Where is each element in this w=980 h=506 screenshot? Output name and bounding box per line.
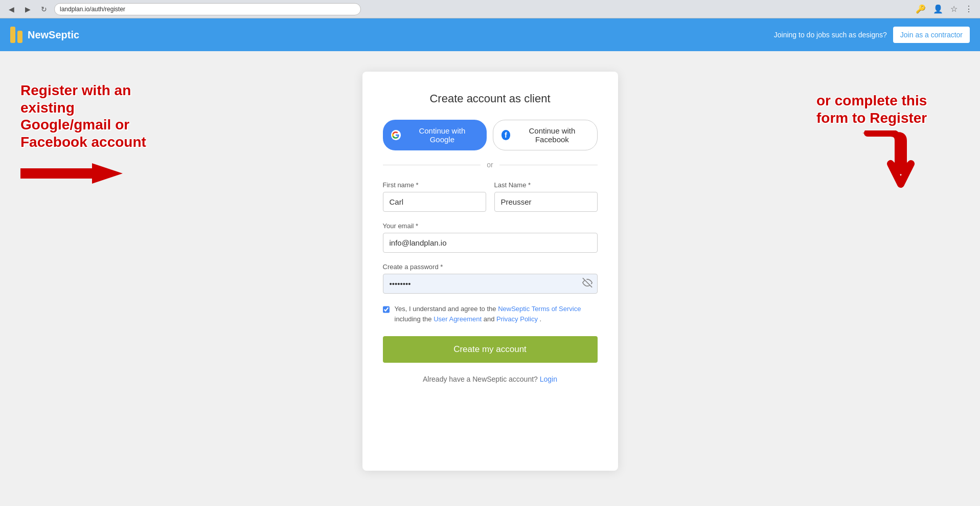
annotation-left: Register with an existing Google/gmail o… bbox=[20, 82, 164, 186]
forward-button[interactable]: ▶ bbox=[21, 3, 34, 15]
social-buttons: Continue with Google f Continue with Fac… bbox=[383, 120, 598, 150]
divider-line-left bbox=[383, 165, 481, 165]
first-name-group: First name * bbox=[383, 181, 486, 212]
terms-mid: including the bbox=[395, 315, 434, 323]
first-name-label: First name * bbox=[383, 181, 486, 189]
facebook-button-label: Continue with Facebook bbox=[515, 126, 588, 144]
password-group: Create a password * bbox=[383, 263, 598, 294]
browser-actions: 🔑 👤 ☆ ⋮ bbox=[914, 3, 975, 15]
password-toggle-button[interactable] bbox=[582, 277, 592, 290]
user-agreement-link[interactable]: User Agreement bbox=[434, 315, 482, 323]
browser-chrome: ◀ ▶ ↻ landplan.io/auth/register 🔑 👤 ☆ ⋮ bbox=[0, 0, 980, 18]
logo-bar-2 bbox=[17, 31, 22, 43]
refresh-button[interactable]: ↻ bbox=[38, 3, 50, 15]
google-icon bbox=[391, 130, 401, 140]
or-text: or bbox=[487, 161, 493, 169]
logo-bar-1 bbox=[10, 27, 15, 43]
profile-icon[interactable]: 👤 bbox=[931, 3, 945, 15]
facebook-button[interactable]: f Continue with Facebook bbox=[493, 120, 598, 150]
header-tagline: Joining to do jobs such as designs? bbox=[774, 31, 887, 39]
divider-line-right bbox=[499, 165, 598, 165]
name-row: First name * Last Name * bbox=[383, 181, 598, 212]
terms-checkbox[interactable] bbox=[383, 305, 390, 314]
password-wrapper bbox=[383, 274, 598, 294]
address-bar[interactable]: landplan.io/auth/register bbox=[54, 3, 361, 15]
last-name-label: Last Name * bbox=[494, 181, 598, 189]
first-name-input[interactable] bbox=[383, 192, 486, 212]
form-card: Create account as client Continue with G… bbox=[362, 72, 618, 471]
annotation-right: or complete this form to Register bbox=[816, 92, 960, 192]
bookmark-icon[interactable]: ☆ bbox=[948, 3, 960, 15]
join-contractor-button[interactable]: Join as a contractor bbox=[893, 27, 970, 43]
terms-and: and bbox=[482, 315, 496, 323]
arrow-right-icon bbox=[20, 161, 123, 186]
annotation-right-text: or complete this form to Register bbox=[816, 92, 960, 126]
form-title: Create account as client bbox=[383, 92, 598, 105]
email-label: Your email * bbox=[383, 222, 598, 230]
terms-row: Yes, I understand and agree to the NewSe… bbox=[383, 304, 598, 324]
login-link[interactable]: Login bbox=[540, 375, 557, 383]
or-divider: or bbox=[383, 161, 598, 169]
password-input[interactable] bbox=[383, 274, 598, 294]
terms-end: . bbox=[538, 315, 541, 323]
create-account-button[interactable]: Create my account bbox=[383, 336, 598, 363]
logo-container: NewSeptic bbox=[10, 27, 79, 43]
arrow-downleft-container bbox=[816, 130, 960, 192]
logo-text: NewSeptic bbox=[28, 29, 79, 41]
google-button-label: Continue with Google bbox=[406, 126, 478, 144]
extensions-icon[interactable]: 🔑 bbox=[914, 3, 928, 15]
terms-prefix: Yes, I understand and agree to the bbox=[395, 305, 498, 313]
google-button[interactable]: Continue with Google bbox=[383, 120, 487, 150]
svg-marker-0 bbox=[20, 163, 123, 184]
password-label: Create a password * bbox=[383, 263, 598, 271]
page-content: Register with an existing Google/gmail o… bbox=[0, 51, 980, 491]
logo-icon bbox=[10, 27, 22, 43]
last-name-input[interactable] bbox=[494, 192, 598, 212]
login-row: Already have a NewSeptic account? Login bbox=[383, 375, 598, 383]
login-prompt: Already have a NewSeptic account? bbox=[423, 375, 538, 383]
back-button[interactable]: ◀ bbox=[5, 3, 17, 15]
privacy-link[interactable]: Privacy Policy bbox=[496, 315, 538, 323]
menu-icon[interactable]: ⋮ bbox=[963, 3, 975, 15]
last-name-group: Last Name * bbox=[494, 181, 598, 212]
email-group: Your email * bbox=[383, 222, 598, 253]
email-input[interactable] bbox=[383, 233, 598, 253]
header-right: Joining to do jobs such as designs? Join… bbox=[774, 27, 970, 43]
terms-label: Yes, I understand and agree to the NewSe… bbox=[395, 304, 598, 324]
terms-link[interactable]: NewSeptic Terms of Service bbox=[498, 305, 581, 313]
arrow-right-container bbox=[20, 161, 164, 186]
facebook-icon: f bbox=[502, 130, 511, 140]
arrow-downleft-icon bbox=[857, 130, 919, 192]
annotation-left-text: Register with an existing Google/gmail o… bbox=[20, 82, 164, 150]
app-header: NewSeptic Joining to do jobs such as des… bbox=[0, 18, 980, 51]
url-text: landplan.io/auth/register bbox=[60, 6, 125, 13]
